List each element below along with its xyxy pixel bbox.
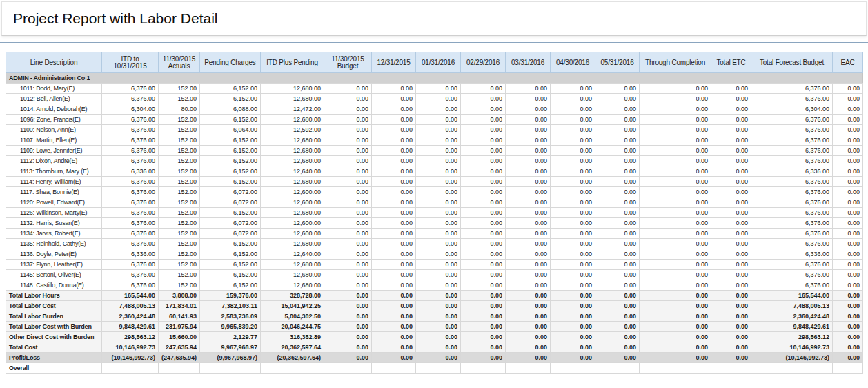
column-header-15: Total Forecast Budget bbox=[751, 52, 833, 73]
cell: 0.00 bbox=[640, 177, 711, 187]
cell: 0.00 bbox=[416, 156, 461, 166]
cell: 152.00 bbox=[159, 84, 200, 94]
cell: 0.00 bbox=[551, 104, 595, 115]
cell: 6,376.00 bbox=[102, 156, 159, 166]
cell: 0.00 bbox=[461, 197, 506, 208]
cell: 0.00 bbox=[506, 291, 551, 301]
cell: 0.00 bbox=[595, 156, 640, 166]
cell: 0.00 bbox=[324, 104, 372, 115]
group-row-label: ADMIN - Administration Co 1 bbox=[6, 73, 863, 84]
cell: 0.00 bbox=[372, 342, 416, 353]
cell: 6,376.00 bbox=[102, 197, 159, 208]
cell: 6,304.00 bbox=[102, 104, 159, 115]
cell: 0.00 bbox=[416, 301, 461, 311]
cell: 0.00 bbox=[506, 280, 551, 291]
cell: 0.00 bbox=[506, 146, 551, 156]
cell: 0.00 bbox=[711, 239, 751, 249]
column-header-6: 11/30/2015 Budget bbox=[324, 52, 372, 73]
cell: 12,680.00 bbox=[261, 260, 324, 270]
cell: 152.00 bbox=[159, 218, 200, 229]
cell: 0.00 bbox=[640, 84, 711, 94]
cell: 0.00 bbox=[711, 166, 751, 177]
cell: 0.00 bbox=[551, 135, 595, 146]
cell: 0.00 bbox=[640, 239, 711, 249]
cell: 6,376.00 bbox=[102, 177, 159, 187]
cell: 0.00 bbox=[551, 353, 595, 363]
cell: 0.00 bbox=[711, 311, 751, 322]
cell: 0.00 bbox=[324, 115, 372, 125]
row-label: 1136: Doyle, Peter(E) bbox=[6, 249, 102, 260]
cell: 0.00 bbox=[640, 187, 711, 197]
cell: 0.00 bbox=[595, 84, 640, 94]
cell: 0.00 bbox=[506, 270, 551, 280]
cell: 0.00 bbox=[833, 156, 863, 166]
cell: 152.00 bbox=[159, 125, 200, 135]
cell: 0.00 bbox=[461, 342, 506, 353]
cell: 6,376.00 bbox=[751, 218, 833, 229]
cell: 0.00 bbox=[506, 239, 551, 249]
cell: 5,004,302.50 bbox=[261, 311, 324, 322]
cell: 0.00 bbox=[833, 239, 863, 249]
cell: 12,680.00 bbox=[261, 115, 324, 125]
total-row: Total Labor Hours165,544.003,808.00159,3… bbox=[6, 291, 863, 301]
cell: 6,152.00 bbox=[200, 208, 261, 218]
row-label: Profit/Loss bbox=[6, 353, 102, 363]
table-row: 1132: Harris, Susan(E)6,376.00152.006,07… bbox=[6, 218, 863, 229]
cell: 2,583,736.09 bbox=[200, 311, 261, 322]
cell: 0.00 bbox=[324, 208, 372, 218]
column-header-4: Pending Charges bbox=[200, 52, 261, 73]
cell: 0.00 bbox=[506, 229, 551, 239]
header-row: Line DescriptionITD to 10/31/201511/30/2… bbox=[6, 52, 863, 73]
cell: 0.00 bbox=[461, 218, 506, 229]
cell: 0.00 bbox=[324, 197, 372, 208]
cell: 0.00 bbox=[595, 280, 640, 291]
cell: 6,376.00 bbox=[102, 187, 159, 197]
cell bbox=[200, 363, 261, 374]
cell bbox=[159, 363, 200, 374]
cell: 0.00 bbox=[461, 353, 506, 363]
cell: 6,152.00 bbox=[200, 260, 261, 270]
cell: 0.00 bbox=[551, 322, 595, 332]
cell: 0.00 bbox=[372, 311, 416, 322]
cell: 0.00 bbox=[711, 208, 751, 218]
cell: 6,376.00 bbox=[751, 125, 833, 135]
cell: 0.00 bbox=[324, 94, 372, 104]
cell: 0.00 bbox=[461, 166, 506, 177]
cell: 12,680.00 bbox=[261, 177, 324, 187]
cell: 0.00 bbox=[551, 115, 595, 125]
cell: 0.00 bbox=[416, 322, 461, 332]
cell: 3,808.00 bbox=[159, 291, 200, 301]
cell: 0.00 bbox=[640, 332, 711, 342]
cell: 0.00 bbox=[551, 239, 595, 249]
cell bbox=[372, 363, 416, 374]
cell: 0.00 bbox=[711, 291, 751, 301]
cell: 0.00 bbox=[372, 353, 416, 363]
cell: 0.00 bbox=[324, 249, 372, 260]
row-label: Total Labor Cost with Burden bbox=[6, 322, 102, 332]
cell: 0.00 bbox=[324, 187, 372, 197]
cell: 0.00 bbox=[372, 94, 416, 104]
cell: 6,152.00 bbox=[200, 135, 261, 146]
cell: 0.00 bbox=[551, 94, 595, 104]
cell: 20,046,244.75 bbox=[261, 322, 324, 332]
row-label: 1145: Bertoni, Oliver(E) bbox=[6, 270, 102, 280]
cell: 0.00 bbox=[372, 104, 416, 115]
cell: 0.00 bbox=[711, 229, 751, 239]
cell: 0.00 bbox=[324, 270, 372, 280]
row-label: 1135: Reinhold, Cathy(E) bbox=[6, 239, 102, 249]
row-label: 1113: Thornburn, Mary (E) bbox=[6, 166, 102, 177]
table-row: 1137: Flynn, Heather(E)6,376.00152.006,1… bbox=[6, 260, 863, 270]
cell: 6,376.00 bbox=[751, 156, 833, 166]
cell: 0.00 bbox=[461, 291, 506, 301]
cell: 6,336.00 bbox=[751, 166, 833, 177]
cell: 0.00 bbox=[595, 291, 640, 301]
cell: 9,967,968.97 bbox=[200, 342, 261, 353]
row-label: 1117: Shea, Bonnie(E) bbox=[6, 187, 102, 197]
cell: 6,376.00 bbox=[102, 260, 159, 270]
row-label: 1120: Powell, Edward(E) bbox=[6, 197, 102, 208]
row-label: Total Cost bbox=[6, 342, 102, 353]
table-row: 1112: Dixon, Andre(E)6,376.00152.006,152… bbox=[6, 156, 863, 166]
cell: 0.00 bbox=[595, 322, 640, 332]
cell: 6,152.00 bbox=[200, 239, 261, 249]
cell: 0.00 bbox=[372, 249, 416, 260]
